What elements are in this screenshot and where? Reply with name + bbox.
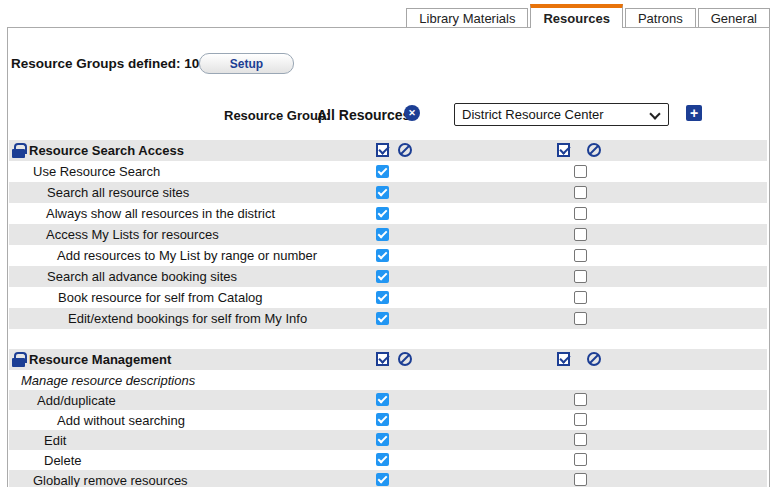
select-all-icon[interactable] — [376, 143, 389, 157]
permission-label: Edit — [44, 433, 66, 448]
permission-label: Globally remove resources — [33, 473, 188, 487]
permission-row: Edit/extend bookings for self from My In… — [9, 308, 767, 329]
tab-library-materials[interactable]: Library Materials — [406, 8, 528, 27]
permission-label: Edit/extend bookings for self from My In… — [68, 311, 307, 326]
tab-bar: Library MaterialsResourcesPatronsGeneral — [406, 3, 770, 27]
remove-circle-icon[interactable]: ✕ — [404, 105, 420, 121]
all-resources-checkbox[interactable] — [376, 186, 389, 199]
section-title: Resource Management — [29, 352, 171, 367]
resource-group-dropdown[interactable]: District Resource Center — [454, 103, 669, 126]
district-resource-center-checkbox[interactable] — [574, 186, 587, 199]
permission-label: Access My Lists for resources — [46, 227, 219, 242]
permission-row: Add without searching — [9, 410, 767, 430]
district-resource-center-checkbox[interactable] — [574, 207, 587, 220]
all-resources-checkbox[interactable] — [376, 249, 389, 262]
resources-permissions-panel: Resource Groups defined: 10 Setup Resour… — [7, 27, 770, 487]
district-resource-center-checkbox[interactable] — [574, 165, 587, 178]
permission-row: Book resource for self from Catalog — [9, 287, 767, 308]
permission-row: Edit — [9, 430, 767, 450]
permissions-table: Resource Search AccessUse Resource Searc… — [9, 140, 767, 487]
district-resource-center-checkbox[interactable] — [574, 433, 587, 446]
select-none-icon[interactable] — [587, 352, 601, 366]
tab-resources[interactable]: Resources — [530, 4, 622, 28]
select-all-icon[interactable] — [557, 143, 570, 157]
permission-row: Delete — [9, 450, 767, 470]
resource-groups-defined-text: Resource Groups defined: — [11, 56, 181, 71]
lock-icon — [12, 352, 25, 367]
tab-general[interactable]: General — [698, 8, 770, 27]
district-resource-center-checkbox[interactable] — [574, 473, 587, 486]
permission-label: Add without searching — [57, 413, 185, 428]
section-title: Resource Search Access — [29, 143, 184, 158]
district-resource-center-checkbox[interactable] — [574, 249, 587, 262]
resource-group-label: Resource Group: — [224, 108, 330, 123]
setup-button[interactable]: Setup — [199, 53, 294, 74]
section-header: Resource Search Access — [9, 140, 767, 161]
plus-button[interactable]: + — [686, 105, 702, 121]
permission-label: Use Resource Search — [33, 164, 160, 179]
all-resources-checkbox[interactable] — [376, 413, 389, 426]
resource-groups-defined-count: 10 — [184, 56, 199, 71]
tab-patrons[interactable]: Patrons — [625, 8, 696, 27]
chevron-down-icon — [649, 108, 660, 119]
district-resource-center-checkbox[interactable] — [574, 312, 587, 325]
permissions-section: Resource ManagementManage resource descr… — [9, 349, 767, 487]
permission-row: Search all advance booking sites — [9, 266, 767, 287]
all-resources-checkbox[interactable] — [376, 228, 389, 241]
all-resources-checkbox[interactable] — [376, 453, 389, 466]
district-resource-center-checkbox[interactable] — [574, 393, 587, 406]
resource-group-dropdown-value: District Resource Center — [462, 107, 604, 122]
select-none-icon[interactable] — [587, 143, 601, 157]
district-resource-center-checkbox[interactable] — [574, 228, 587, 241]
permission-row: Add/duplicate — [9, 390, 767, 410]
district-resource-center-checkbox[interactable] — [574, 413, 587, 426]
permission-label: Delete — [44, 453, 82, 468]
select-all-icon[interactable] — [376, 352, 389, 366]
permission-row: Globally remove resources — [9, 470, 767, 487]
permission-label: Add resources to My List by range or num… — [57, 248, 317, 263]
select-none-icon[interactable] — [398, 352, 412, 366]
permission-row: Access My Lists for resources — [9, 224, 767, 245]
permission-label: Search all resource sites — [47, 185, 189, 200]
resource-group-row: Resource Group: All Resources ✕ District… — [8, 101, 769, 129]
permissions-section: Resource Search AccessUse Resource Searc… — [9, 140, 767, 329]
permission-label: Search all advance booking sites — [47, 269, 237, 284]
permission-label: Add/duplicate — [37, 393, 116, 408]
permission-label: Manage resource descriptions — [21, 373, 195, 388]
resource-group-selected-value: All Resources — [317, 107, 410, 123]
district-resource-center-checkbox[interactable] — [574, 453, 587, 466]
lock-icon — [12, 143, 25, 158]
all-resources-checkbox[interactable] — [376, 291, 389, 304]
district-resource-center-checkbox[interactable] — [574, 291, 587, 304]
permission-row: Use Resource Search — [9, 161, 767, 182]
permission-row: Add resources to My List by range or num… — [9, 245, 767, 266]
resource-groups-defined-label: Resource Groups defined: 10 — [11, 56, 199, 71]
permission-row: Always show all resources in the distric… — [9, 203, 767, 224]
district-resource-center-checkbox[interactable] — [574, 270, 587, 283]
all-resources-checkbox[interactable] — [376, 473, 389, 486]
all-resources-checkbox[interactable] — [376, 393, 389, 406]
all-resources-checkbox[interactable] — [376, 433, 389, 446]
section-header: Resource Management — [9, 349, 767, 370]
permission-row: Search all resource sites — [9, 182, 767, 203]
all-resources-checkbox[interactable] — [376, 312, 389, 325]
permission-label: Book resource for self from Catalog — [58, 290, 262, 305]
permission-label: Always show all resources in the distric… — [46, 206, 275, 221]
select-none-icon[interactable] — [398, 143, 412, 157]
select-all-icon[interactable] — [557, 352, 570, 366]
all-resources-checkbox[interactable] — [376, 207, 389, 220]
permission-row: Manage resource descriptions — [9, 370, 767, 390]
all-resources-checkbox[interactable] — [376, 270, 389, 283]
all-resources-checkbox[interactable] — [376, 165, 389, 178]
